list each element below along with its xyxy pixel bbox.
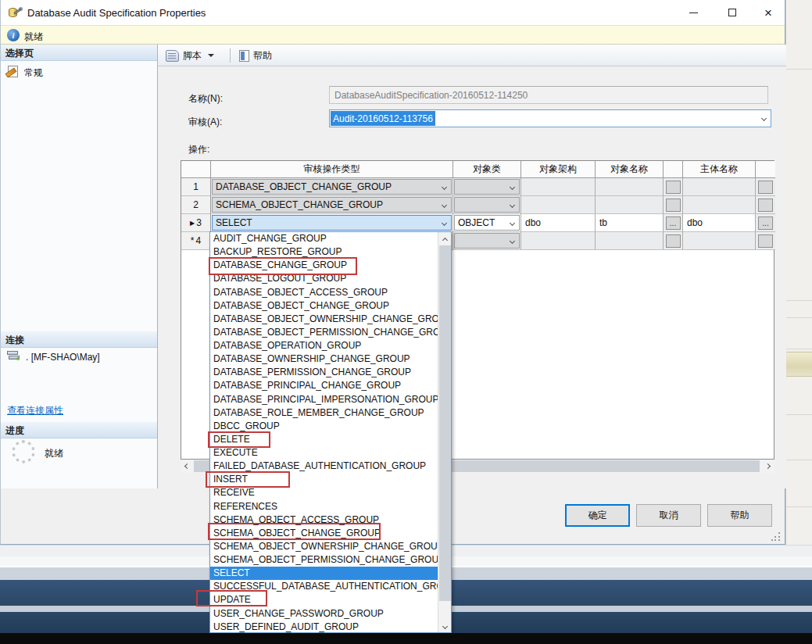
dropdown-item[interactable]: USER_DEFINED_AUDIT_GROUP — [210, 621, 438, 632]
cell-object-class[interactable] — [453, 232, 521, 250]
row-header[interactable]: 1 — [181, 178, 211, 196]
dropdown-item[interactable]: SUCCESSFUL_DATABASE_AUTHENTICATION_GROUP — [210, 580, 438, 593]
ok-button[interactable]: 确定 — [565, 504, 630, 527]
dropdown-item[interactable]: SCHEMA_OBJECT_CHANGE_GROUP — [210, 527, 438, 540]
dropdown-item[interactable]: RECEIVE — [210, 486, 438, 499]
cell-audit-action-type-active[interactable]: SELECT — [211, 214, 453, 232]
info-icon: i — [7, 29, 20, 41]
browse-button[interactable] — [758, 181, 773, 194]
chevron-down-icon[interactable] — [506, 180, 518, 194]
progress-header: 进度 — [1, 422, 157, 438]
row-header-new[interactable]: *4 — [181, 232, 211, 250]
dropdown-item[interactable]: REFERENCES — [210, 500, 438, 513]
sidebar: 选择页 常规 连接 . [MF-SHAO\May] 查看连接属性 进度 就绪 — [1, 45, 158, 488]
audit-combo-chevron[interactable] — [757, 110, 771, 127]
cell-audit-action-type[interactable]: SCHEMA_OBJECT_CHANGE_GROUP — [211, 196, 453, 214]
cell-principal-name[interactable] — [683, 178, 756, 196]
window-title: Database Audit Specification Properties — [27, 7, 206, 19]
dropdown-item[interactable]: DATABASE_PRINCIPAL_IMPERSONATION_GROUP — [210, 393, 438, 406]
cell-object-class[interactable] — [453, 178, 521, 196]
dropdown-item[interactable]: DATABASE_OWNERSHIP_CHANGE_GROUP — [210, 352, 438, 366]
browse-button[interactable]: ... — [666, 216, 681, 230]
toolbar-separator — [230, 48, 231, 63]
browse-button[interactable] — [758, 199, 773, 212]
chevron-down-icon[interactable] — [208, 54, 214, 57]
dropdown-item[interactable]: DATABASE_OPERATION_GROUP — [210, 339, 438, 352]
dropdown-item[interactable]: DATABASE_CHANGE_GROUP — [210, 259, 438, 272]
cell-principal-name[interactable] — [683, 232, 756, 250]
cell-object-schema[interactable] — [521, 196, 596, 214]
chevron-down-icon[interactable] — [438, 216, 450, 230]
status-strip-text: 就绪 — [24, 30, 43, 44]
sidebar-item-general[interactable]: 常规 — [1, 63, 157, 80]
dropdown-item[interactable]: DATABASE_OBJECT_OWNERSHIP_CHANGE_GROUP — [210, 313, 438, 326]
dropdown-item[interactable]: DATABASE_PRINCIPAL_CHANGE_GROUP — [210, 379, 438, 392]
dropdown-item[interactable]: DATABASE_PERMISSION_CHANGE_GROUP — [210, 366, 438, 379]
maximize-button[interactable] — [714, 0, 751, 25]
scrollbar-thumb[interactable] — [439, 245, 451, 601]
browse-button[interactable] — [666, 199, 681, 212]
dropdown-item[interactable]: SCHEMA_OBJECT_OWNERSHIP_CHANGE_GROUP — [210, 540, 438, 553]
cell-object-class[interactable] — [453, 196, 521, 214]
script-button[interactable]: 脚本 — [161, 46, 219, 65]
chevron-down-icon[interactable] — [438, 198, 450, 212]
chevron-down-icon[interactable] — [506, 234, 518, 248]
dropdown-item[interactable]: INSERT — [210, 473, 438, 486]
chevron-down-icon[interactable] — [506, 198, 518, 212]
dropdown-item[interactable]: SELECT — [210, 567, 438, 580]
cell-object-name[interactable] — [596, 178, 664, 196]
scroll-left-button[interactable] — [181, 460, 194, 473]
help-button[interactable]: 帮助 — [707, 504, 772, 527]
browse-button[interactable] — [666, 234, 681, 248]
view-connection-properties-link[interactable]: 查看连接属性 — [7, 404, 63, 417]
maximize-icon — [728, 9, 736, 16]
cell-principal-name[interactable]: dbo — [683, 214, 756, 232]
scroll-down-button[interactable] — [438, 621, 452, 634]
cell-audit-action-type[interactable]: DATABASE_OBJECT_CHANGE_GROUP — [211, 178, 453, 196]
cell-object-schema[interactable]: dbo — [521, 214, 596, 232]
title-bar[interactable]: Database Audit Specification Properties … — [1, 0, 785, 25]
resize-grip[interactable] — [771, 531, 781, 541]
cell-browse — [756, 178, 775, 196]
close-button[interactable]: × — [749, 0, 787, 25]
dropdown-item[interactable]: SCHEMA_OBJECT_ACCESS_GROUP — [210, 513, 438, 527]
audit-combobox[interactable]: Audit-20160512-113756 — [329, 109, 771, 127]
dropdown-item[interactable]: DATABASE_LOGOUT_GROUP — [210, 272, 438, 285]
dropdown-item[interactable]: DATABASE_OBJECT_ACCESS_GROUP — [210, 286, 438, 299]
help-toolbar-button[interactable]: 帮助 — [234, 46, 277, 65]
cell-principal-name[interactable] — [683, 196, 756, 214]
cell-object-name[interactable]: tb — [596, 214, 664, 232]
cell-object-name[interactable] — [596, 196, 664, 214]
progress-spinner-icon — [12, 440, 35, 463]
dropdown-item[interactable]: DELETE — [210, 433, 438, 446]
row-header-current[interactable]: ▶3 — [181, 214, 211, 232]
dropdown-item[interactable]: FAILED_DATABASE_AUTHENTICATION_GROUP — [210, 460, 438, 473]
dropdown-item[interactable]: UPDATE — [210, 593, 438, 606]
cell-object-class[interactable]: OBJECT — [453, 214, 521, 232]
chevron-down-icon[interactable] — [506, 216, 518, 230]
row-header[interactable]: 2 — [181, 196, 211, 214]
script-icon — [166, 50, 179, 62]
cell-object-schema[interactable] — [521, 178, 596, 196]
dropdown-item[interactable]: USER_CHANGE_PASSWORD_GROUP — [210, 607, 438, 621]
dropdown-item[interactable]: BACKUP_RESTORE_GROUP — [210, 245, 438, 259]
browse-button[interactable] — [758, 234, 773, 248]
cell-object-name[interactable] — [596, 232, 664, 250]
dropdown-item[interactable]: DATABASE_ROLE_MEMBER_CHANGE_GROUP — [210, 406, 438, 420]
browse-button[interactable]: ... — [758, 216, 773, 230]
dropdown-item[interactable]: DATABASE_OBJECT_PERMISSION_CHANGE_GROUP — [210, 326, 438, 339]
dropdown-item[interactable]: DBCC_GROUP — [210, 420, 438, 433]
browse-button[interactable] — [666, 181, 681, 194]
cancel-button[interactable]: 取消 — [636, 504, 701, 527]
dropdown-item[interactable]: EXECUTE — [210, 446, 438, 460]
dropdown-item[interactable]: SCHEMA_OBJECT_PERMISSION_CHANGE_GROUP — [210, 553, 438, 567]
scroll-right-button[interactable] — [761, 460, 774, 473]
minimize-button[interactable] — [674, 0, 712, 25]
audit-type-dropdown-list: AUDIT_CHANGE_GROUPBACKUP_RESTORE_GROUPDA… — [210, 232, 438, 632]
dropdown-item[interactable]: DATABASE_OBJECT_CHANGE_GROUP — [210, 299, 438, 313]
cell-object-schema[interactable] — [521, 232, 596, 250]
chevron-down-icon[interactable] — [438, 180, 450, 194]
dropdown-item[interactable]: AUDIT_CHANGE_GROUP — [210, 232, 438, 245]
scroll-up-button[interactable] — [438, 232, 452, 245]
dropdown-scrollbar[interactable] — [438, 232, 451, 632]
